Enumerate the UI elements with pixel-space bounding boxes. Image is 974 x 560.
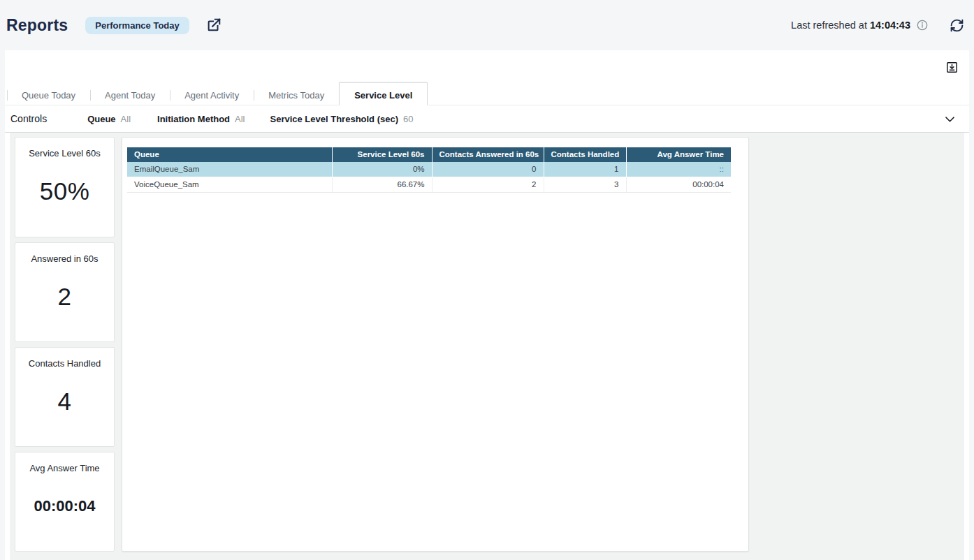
cell-queue: EmailQueue_Sam bbox=[127, 162, 332, 177]
kpi-value: 00:00:04 bbox=[34, 497, 95, 515]
last-refreshed-text: Last refreshed at 14:04:43 bbox=[791, 20, 910, 31]
kpi-card-answered-in-60s: Answered in 60s 2 bbox=[15, 242, 115, 342]
filter-initiation-method-label: Initiation Method bbox=[157, 114, 230, 124]
column-header-service-level-60s[interactable]: Service Level 60s bbox=[332, 147, 432, 162]
table-row[interactable]: VoiceQueue_Sam 66.67% 2 3 00:00:04 bbox=[127, 177, 731, 193]
table-panel: Queue Service Level 60s Contacts Answere… bbox=[122, 137, 749, 552]
cell-service-level: 0% bbox=[332, 162, 432, 177]
dashboard-panel: Queue Today Agent Today Agent Activity M… bbox=[5, 50, 969, 560]
filter-initiation-method[interactable]: Initiation Method All bbox=[157, 114, 245, 124]
cell-avg-answer-time: :: bbox=[626, 162, 731, 177]
page-title: Reports bbox=[6, 16, 68, 35]
refresh-info-trigger[interactable] bbox=[917, 20, 928, 31]
controls-bar: Controls Queue All Initiation Method All… bbox=[5, 105, 969, 133]
kpi-value: 4 bbox=[58, 388, 72, 415]
app-header: Reports Performance Today Last refreshed… bbox=[0, 0, 974, 50]
tab-service-level[interactable]: Service Level bbox=[339, 82, 428, 105]
kpi-title: Answered in 60s bbox=[31, 253, 98, 264]
service-level-table: Queue Service Level 60s Contacts Answere… bbox=[127, 147, 731, 193]
cell-contacts-answered: 0 bbox=[432, 162, 544, 177]
filter-queue[interactable]: Queue All bbox=[87, 114, 131, 124]
cell-avg-answer-time: 00:00:04 bbox=[626, 177, 731, 193]
chevron-down-icon bbox=[943, 112, 957, 126]
refresh-icon bbox=[950, 18, 964, 33]
reports-page: Reports Performance Today Last refreshed… bbox=[0, 0, 974, 560]
last-refreshed-time: 14:04:43 bbox=[870, 20, 910, 31]
dashboard-canvas: Service Level 60s 50% Answered in 60s 2 … bbox=[10, 133, 964, 560]
cell-queue: VoiceQueue_Sam bbox=[127, 177, 332, 193]
filter-initiation-method-value: All bbox=[235, 114, 245, 124]
cell-contacts-handled: 1 bbox=[544, 162, 626, 177]
kpi-card-service-level: Service Level 60s 50% bbox=[15, 137, 115, 237]
table-row[interactable]: EmailQueue_Sam 0% 0 1 :: bbox=[127, 162, 731, 177]
header-right: Last refreshed at 14:04:43 bbox=[791, 18, 964, 33]
controls-title: Controls bbox=[10, 113, 47, 124]
tab-metrics-today[interactable]: Metrics Today bbox=[254, 85, 339, 105]
filter-queue-value: All bbox=[121, 114, 131, 124]
filter-service-level-threshold-label: Service Level Threshold (sec) bbox=[270, 114, 399, 124]
tab-queue-today[interactable]: Queue Today bbox=[7, 85, 90, 105]
tab-agent-activity[interactable]: Agent Activity bbox=[170, 85, 254, 105]
cell-contacts-handled: 3 bbox=[544, 177, 626, 193]
cell-contacts-answered: 2 bbox=[432, 177, 544, 193]
kpi-value: 2 bbox=[58, 283, 72, 311]
cell-service-level: 66.67% bbox=[332, 177, 432, 193]
kpi-title: Contacts Handled bbox=[29, 358, 101, 369]
table-header-row: Queue Service Level 60s Contacts Answere… bbox=[127, 147, 731, 162]
column-header-queue[interactable]: Queue bbox=[127, 147, 332, 162]
filter-service-level-threshold-value: 60 bbox=[403, 114, 413, 124]
column-header-contacts-handled[interactable]: Contacts Handled bbox=[544, 147, 626, 162]
tab-bar: Queue Today Agent Today Agent Activity M… bbox=[5, 85, 969, 105]
filter-service-level-threshold[interactable]: Service Level Threshold (sec) 60 bbox=[270, 114, 414, 124]
kpi-card-contacts-handled: Contacts Handled 4 bbox=[15, 347, 115, 447]
download-icon bbox=[946, 61, 958, 73]
collapse-controls-button[interactable] bbox=[943, 112, 957, 126]
last-refreshed-label: Last refreshed at bbox=[791, 20, 867, 31]
kpi-card-avg-answer-time: Avg Answer Time 00:00:04 bbox=[15, 452, 115, 552]
kpi-value: 50% bbox=[40, 177, 90, 205]
open-in-new-window-button[interactable] bbox=[206, 17, 221, 33]
column-header-contacts-answered-in-60s[interactable]: Contacts Answered in 60s bbox=[432, 147, 544, 162]
kpi-title: Avg Answer Time bbox=[29, 463, 99, 473]
filter-queue-label: Queue bbox=[87, 114, 115, 124]
dashboard-name-badge[interactable]: Performance Today bbox=[85, 17, 189, 34]
refresh-button[interactable] bbox=[950, 18, 964, 33]
column-header-avg-answer-time[interactable]: Avg Answer Time bbox=[626, 147, 731, 162]
tab-agent-today[interactable]: Agent Today bbox=[90, 85, 170, 105]
kpi-title: Service Level 60s bbox=[29, 148, 101, 159]
info-icon bbox=[917, 20, 928, 31]
external-link-icon bbox=[206, 17, 221, 33]
export-row bbox=[5, 50, 969, 85]
download-button[interactable] bbox=[946, 61, 958, 73]
